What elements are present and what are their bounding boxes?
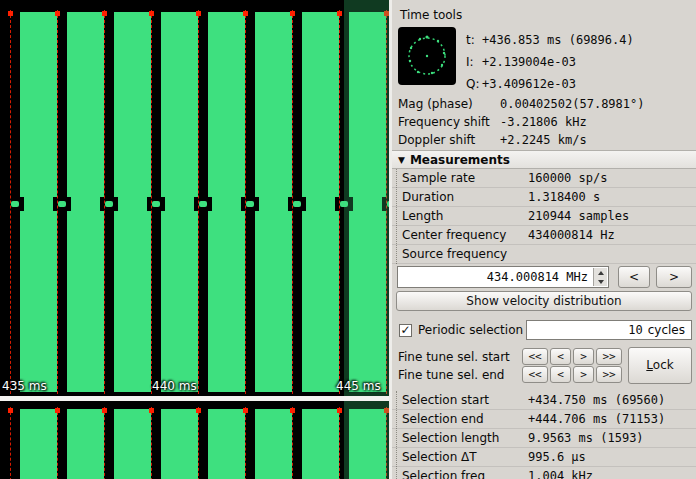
waveform-panel-bottom[interactable] xyxy=(0,401,389,479)
signal-burst xyxy=(161,12,198,392)
checkmark-icon: ✓ xyxy=(400,325,410,336)
frequency-input[interactable]: 434.000814 MHz xyxy=(397,266,609,288)
cycles-value: 10 xyxy=(628,323,642,337)
measurement-label: Source frequency xyxy=(402,247,507,261)
horizontal-splitter[interactable] xyxy=(0,396,389,401)
periodic-marker-dot xyxy=(243,11,248,16)
periodic-marker-dot xyxy=(55,408,60,413)
measurement-row[interactable]: Length 210944 samples xyxy=(392,207,696,226)
spin-down-icon[interactable] xyxy=(594,277,607,286)
signal-burst xyxy=(20,409,57,479)
selection-label: Selection freq xyxy=(402,469,485,479)
periodic-marker-dot xyxy=(337,408,342,413)
fine-start-back-button[interactable]: < xyxy=(550,348,571,365)
show-velocity-distribution-button[interactable]: Show velocity distribution xyxy=(396,291,692,311)
measurement-row[interactable]: Center frequency 434000814 Hz xyxy=(392,226,696,245)
frequency-next-button[interactable]: > xyxy=(656,266,692,288)
signal-mid-blip xyxy=(199,201,207,207)
frequency-shift-label: Frequency shift xyxy=(398,115,490,129)
frequency-input-value: 434.000814 MHz xyxy=(487,270,588,284)
collapse-arrow-icon: ▼ xyxy=(398,155,405,165)
periodic-marker-line xyxy=(245,407,246,479)
fine-tune-end-label: Fine tune sel. end xyxy=(398,368,504,382)
periodic-marker-dot xyxy=(337,11,342,16)
periodic-marker-dot xyxy=(8,11,13,16)
signal-burst xyxy=(67,409,104,479)
measurements-section-header[interactable]: ▼ Measurements xyxy=(392,150,696,169)
measurement-label: Length xyxy=(402,209,443,223)
fine-end-fast-back-button[interactable]: << xyxy=(522,366,548,383)
selection-row[interactable]: Selection start +434.750 ms (69560) xyxy=(392,391,696,410)
fine-end-back-button[interactable]: < xyxy=(550,366,571,383)
measurement-label: Center frequency xyxy=(402,228,506,242)
signal-burst xyxy=(114,409,151,479)
periodic-marker-dot xyxy=(149,11,154,16)
measurement-row[interactable]: Duration 1.318400 s xyxy=(392,188,696,207)
fine-tune-start-label: Fine tune sel. start xyxy=(398,350,510,364)
mag-phase-value: 0.00402502(57.8981°) xyxy=(500,97,645,111)
signal-burst xyxy=(208,12,245,392)
selection-row[interactable]: Selection length 9.9563 ms (1593) xyxy=(392,429,696,448)
measurement-value: 434000814 Hz xyxy=(528,228,615,242)
periodic-selection-checkbox[interactable]: ✓ xyxy=(399,324,412,337)
signal-mid-blip xyxy=(293,201,301,207)
cycles-input[interactable]: 10 cycles xyxy=(526,320,692,340)
measurement-value: 160000 sp/s xyxy=(528,171,607,185)
waveform-display[interactable]: 435 ms 440 ms 445 ms xyxy=(0,0,389,479)
time-tools-title: Time tools xyxy=(400,8,462,22)
fine-end-fast-forward-button[interactable]: >> xyxy=(596,366,622,383)
fine-start-fast-forward-button[interactable]: >> xyxy=(596,348,622,365)
frequency-prev-button[interactable]: < xyxy=(618,266,650,288)
periodic-marker-line xyxy=(57,407,58,479)
periodic-marker-line xyxy=(10,10,11,394)
signal-burst xyxy=(302,12,339,392)
measurement-row[interactable]: Source frequency xyxy=(392,245,696,264)
signal-burst xyxy=(255,12,292,392)
signal-mid-blip xyxy=(11,201,19,207)
lock-button[interactable]: Lock xyxy=(628,347,692,384)
periodic-marker-line xyxy=(104,10,105,394)
periodic-marker-dot xyxy=(290,408,295,413)
cursor-time-value: +436.853 ms (69896.4) xyxy=(482,33,634,47)
selection-value: 995.6 µs xyxy=(528,450,586,464)
frequency-shift-value: -3.21806 kHz xyxy=(500,115,587,129)
selection-row[interactable]: Selection freq 1.004 kHz xyxy=(392,467,696,479)
doppler-shift-value: +2.2245 km/s xyxy=(500,133,587,147)
selection-value: 1.004 kHz xyxy=(528,469,593,479)
selection-row[interactable]: Selection ΔT 995.6 µs xyxy=(392,448,696,467)
signal-burst xyxy=(67,12,104,392)
cursor-i-value: +2.139004e-03 xyxy=(482,55,576,69)
periodic-marker-dot xyxy=(102,11,107,16)
selection-label: Selection end xyxy=(402,412,484,426)
signal-burst xyxy=(114,12,151,392)
periodic-marker-dot xyxy=(290,11,295,16)
periodic-marker-line xyxy=(104,407,105,479)
selection-label: Selection length xyxy=(402,431,499,445)
periodic-marker-line xyxy=(292,407,293,479)
periodic-marker-line xyxy=(198,10,199,394)
selection-label: Selection ΔT xyxy=(402,450,477,464)
selection-label: Selection start xyxy=(402,393,489,407)
fine-start-forward-button[interactable]: > xyxy=(573,348,594,365)
selection-row[interactable]: Selection end +444.706 ms (71153) xyxy=(392,410,696,429)
fine-end-forward-button[interactable]: > xyxy=(573,366,594,383)
frequency-spinner[interactable] xyxy=(593,268,607,286)
cycles-suffix: cycles xyxy=(648,323,685,337)
measurements-header-text: Measurements xyxy=(410,153,510,167)
axis-tick-label: 435 ms xyxy=(2,379,47,393)
signal-mid-blip xyxy=(152,201,160,207)
signal-burst xyxy=(161,409,198,479)
periodic-marker-line xyxy=(339,407,340,479)
periodic-marker-line xyxy=(339,10,340,394)
spin-up-icon[interactable] xyxy=(594,268,607,277)
periodic-marker-dot xyxy=(196,408,201,413)
signal-mid-blip xyxy=(105,201,113,207)
waveform-panel-top[interactable]: 435 ms 440 ms 445 ms xyxy=(0,0,389,396)
signal-burst xyxy=(208,409,245,479)
selection-value: +434.750 ms (69560) xyxy=(528,393,665,407)
fine-start-fast-back-button[interactable]: << xyxy=(522,348,548,365)
measurement-label: Sample rate xyxy=(402,171,475,185)
cursor-time-label: t: xyxy=(466,33,475,47)
measurement-value: 210944 samples xyxy=(528,209,629,223)
measurement-row[interactable]: Sample rate 160000 sp/s xyxy=(392,169,696,188)
